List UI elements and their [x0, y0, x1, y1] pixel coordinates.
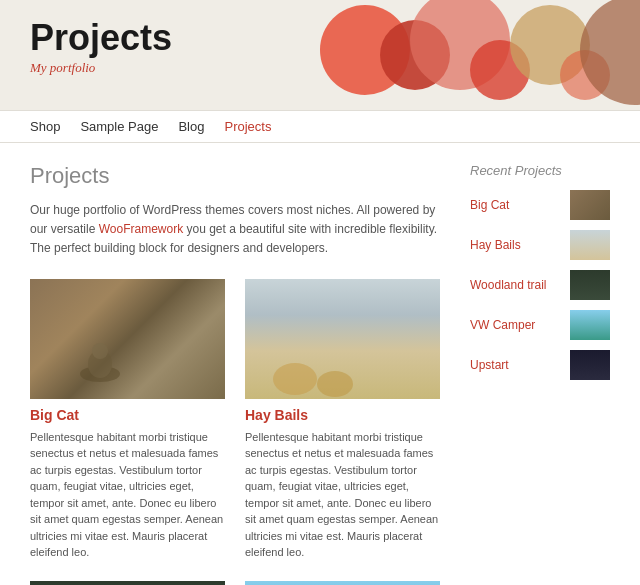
sidebar-title: Recent Projects: [470, 163, 610, 178]
nav-sample-page[interactable]: Sample Page: [80, 119, 158, 134]
svg-point-3: [273, 363, 317, 395]
project-vw-camper: VW Camper Pellentesque habitant morbi tr…: [245, 581, 440, 585]
sidebar-thumb-bigcat: [570, 190, 610, 220]
project-woodland-trail-image[interactable]: [30, 581, 225, 585]
project-big-cat: Big Cat Pellentesque habitant morbi tris…: [30, 279, 225, 561]
sidebar-item-woodland[interactable]: Woodland trail: [470, 270, 610, 300]
project-hay-bails-image[interactable]: [245, 279, 440, 399]
nav-blog[interactable]: Blog: [178, 119, 204, 134]
project-big-cat-image[interactable]: [30, 279, 225, 399]
nav-shop[interactable]: Shop: [30, 119, 60, 134]
project-hay-bails-desc: Pellentesque habitant morbi tristique se…: [245, 429, 440, 561]
sidebar-item-upstart[interactable]: Upstart: [470, 350, 610, 380]
sidebar-item-vwcamper[interactable]: VW Camper: [470, 310, 610, 340]
sidebar: Recent Projects Big Cat Hay Bails Woodla…: [470, 163, 610, 585]
project-vw-camper-image[interactable]: [245, 581, 440, 585]
wooframework-link[interactable]: WooFramework: [99, 222, 183, 236]
sidebar-thumb-haybails: [570, 230, 610, 260]
site-header: Projects My portfolio: [0, 0, 640, 110]
sidebar-item-bigcat[interactable]: Big Cat: [470, 190, 610, 220]
project-big-cat-desc: Pellentesque habitant morbi tristique se…: [30, 429, 225, 561]
project-woodland-trail: Woodland trail Pellentesque habitant mor…: [30, 581, 225, 585]
svg-point-2: [92, 343, 108, 359]
intro-text: Our huge portfolio of WordPress themes c…: [30, 201, 440, 259]
sidebar-thumb-vwcamper: [570, 310, 610, 340]
sidebar-thumb-woodland: [570, 270, 610, 300]
site-tagline: My portfolio: [30, 60, 610, 76]
content-area: Projects Our huge portfolio of WordPress…: [30, 163, 440, 585]
site-title: Projects: [30, 20, 610, 56]
project-hay-bails: Hay Bails Pellentesque habitant morbi tr…: [245, 279, 440, 561]
nav-projects[interactable]: Projects: [224, 119, 271, 134]
sidebar-thumb-upstart: [570, 350, 610, 380]
sidebar-item-haybails[interactable]: Hay Bails: [470, 230, 610, 260]
main-wrapper: Projects Our huge portfolio of WordPress…: [0, 143, 640, 585]
navigation: Shop Sample Page Blog Projects: [0, 110, 640, 143]
project-hay-bails-title[interactable]: Hay Bails: [245, 407, 440, 423]
project-grid: Big Cat Pellentesque habitant morbi tris…: [30, 279, 440, 585]
page-title: Projects: [30, 163, 440, 189]
svg-point-4: [317, 371, 353, 397]
project-big-cat-title[interactable]: Big Cat: [30, 407, 225, 423]
